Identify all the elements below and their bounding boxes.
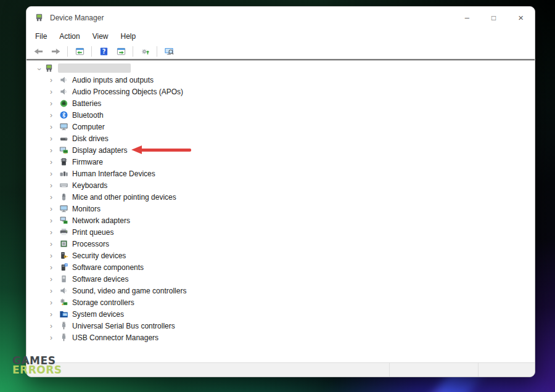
expand-chevron-icon[interactable]: › [50,287,59,295]
expand-chevron-icon[interactable]: › [50,229,59,236]
menu-view[interactable]: View [86,30,115,43]
software-device-icon [59,274,68,284]
expand-chevron-icon[interactable]: › [50,276,59,283]
tree-item-display-adapters[interactable]: ›Display adapters [27,144,535,156]
tree-item-software-components[interactable]: ›Software components [27,261,535,273]
tree-item-human-interface-devices[interactable]: ›Human Interface Devices [27,168,535,179]
toolbar: ? [27,44,535,59]
speaker-icon [59,75,68,85]
software-component-icon [59,263,68,272]
tree-item-sound-video-and-game-controllers[interactable]: ›Sound, video and game controllers [27,285,535,296]
forward-button[interactable] [47,45,64,58]
tree-item-label: Bluetooth [72,111,104,120]
tree-item-label: Monitors [72,205,101,213]
tree-item-audio-inputs-and-outputs[interactable]: ›Audio inputs and outputs [27,74,535,86]
menu-bar: FileActionViewHelp [27,28,535,44]
red-annotation-arrow [131,145,191,154]
tree-item-label: Audio inputs and outputs [72,76,154,84]
tree-item-storage-controllers[interactable]: ›Storage controllers [27,296,535,308]
keyboard-icon [59,181,68,190]
tree-item-mice-and-other-pointing-devices[interactable]: ›Mice and other pointing devices [27,191,535,203]
expand-chevron-icon[interactable]: › [50,182,59,189]
tree-item-firmware[interactable]: ›Firmware [27,156,535,168]
expand-chevron-icon[interactable]: › [50,322,59,330]
tree-item-disk-drives[interactable]: ›Disk drives [27,133,535,144]
computer-root-icon [44,63,54,73]
device-manager-window: Device Manager – □ × FileActionViewHelp … [26,6,535,377]
expand-chevron-icon[interactable]: › [50,158,59,166]
usb-icon [59,333,68,343]
console-tree-button[interactable] [72,45,88,58]
tree-item-label: Storage controllers [72,298,134,307]
tree-root-node[interactable]: › [27,62,535,74]
expand-chevron-icon[interactable]: › [50,88,59,96]
toolbar-separator [157,46,157,57]
tree-item-bluetooth[interactable]: ›Bluetooth [27,109,535,121]
bluetooth-icon [59,110,68,120]
watermark: GAMES ERRORS [12,356,62,375]
scan-gear-button[interactable] [137,45,153,58]
expand-chevron-icon[interactable]: › [50,299,59,306]
network-icon [59,216,68,226]
tree-item-keyboards[interactable]: ›Keyboards [27,179,535,191]
monitor-icon [59,122,68,132]
menu-file[interactable]: File [29,30,53,43]
toolbar-separator [91,46,92,57]
status-bar-section [27,363,389,377]
desktop-background: { "window": { "title": "Device Manager",… [0,0,555,392]
scan-monitor-button[interactable] [161,45,177,58]
expand-chevron-icon[interactable]: › [50,123,59,131]
tree-item-processors[interactable]: ›Processors [27,238,535,250]
speaker-icon [59,286,68,296]
device-manager-icon [35,13,44,23]
expand-chevron-icon[interactable]: › [50,334,59,341]
firmware-icon [59,157,68,167]
tree-item-audio-processing-objects-apos[interactable]: ›Audio Processing Objects (APOs) [27,86,535,97]
minimize-button[interactable]: – [465,14,469,22]
tree-item-label: Universal Serial Bus controllers [72,322,175,330]
back-button[interactable] [30,45,46,58]
tree-item-usb-connector-managers[interactable]: ›USB Connector Managers [27,332,535,343]
tree-item-label: Print queues [72,228,113,237]
tree-item-print-queues[interactable]: ›Print queues [27,226,535,238]
expand-chevron-icon[interactable]: › [50,264,59,271]
tree-item-software-devices[interactable]: ›Software devices [27,273,535,285]
expand-chevron-icon[interactable]: › [50,205,59,213]
maximize-button[interactable]: □ [491,14,496,22]
tree-item-network-adapters[interactable]: ›Network adapters [27,214,535,226]
expand-chevron-icon[interactable]: › [50,240,59,248]
close-button[interactable]: × [518,13,524,22]
tree-item-label: Software components [72,263,144,272]
expand-chevron-icon[interactable]: › [50,112,59,119]
tree-item-system-devices[interactable]: ›System devices [27,308,535,320]
tree-item-label: Display adapters [72,146,127,155]
status-bar-section [389,363,478,377]
expand-chevron-icon[interactable]: › [50,170,59,178]
collapse-chevron-icon[interactable]: › [36,65,43,73]
display-adapter-icon [59,145,68,155]
expand-chevron-icon[interactable]: › [50,252,59,259]
expand-chevron-icon[interactable]: › [50,100,59,107]
expand-chevron-icon[interactable]: › [50,147,59,154]
tree-item-label: Human Interface Devices [72,169,155,178]
expand-chevron-icon[interactable]: › [50,217,59,224]
tree-item-security-devices[interactable]: ›Security devices [27,250,535,261]
expand-chevron-icon[interactable]: › [50,194,59,201]
monitor-icon [59,204,68,214]
menu-action[interactable]: Action [53,30,86,43]
tree-item-computer[interactable]: ›Computer [27,121,535,133]
status-bar-section [478,363,535,377]
tree-item-label: Batteries [72,99,101,108]
menu-help[interactable]: Help [115,30,142,43]
title-bar: Device Manager – □ × [27,7,535,28]
expand-chevron-icon[interactable]: › [50,135,59,142]
expand-chevron-icon[interactable]: › [50,76,59,84]
tree-item-universal-serial-bus-controllers[interactable]: ›Universal Serial Bus controllers [27,320,535,332]
mouse-icon [59,192,68,202]
properties-button[interactable] [113,45,129,58]
help-button[interactable]: ? [96,45,112,58]
expand-chevron-icon[interactable]: › [50,311,59,318]
tree-item-monitors[interactable]: ›Monitors [27,203,535,214]
tree-item-label: Keyboards [72,181,107,190]
tree-item-batteries[interactable]: ›Batteries [27,97,535,109]
